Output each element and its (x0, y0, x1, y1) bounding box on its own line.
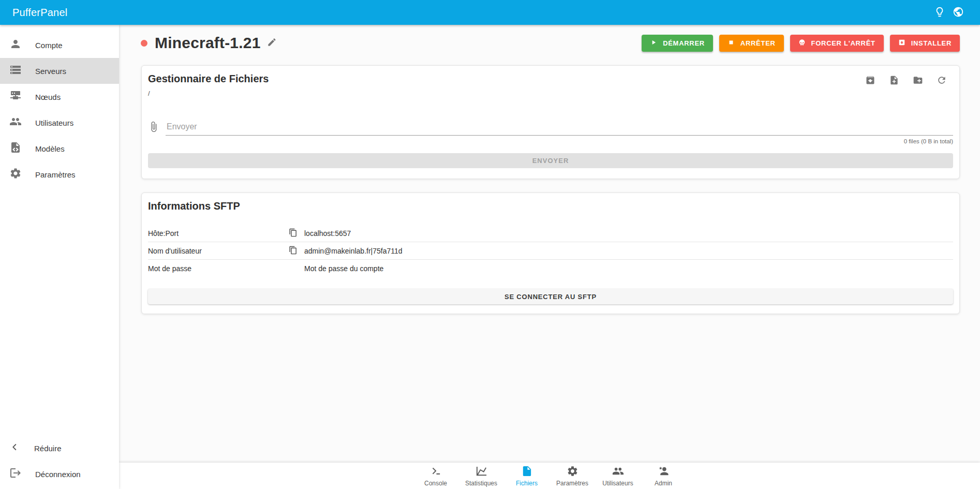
sftp-title: Informations SFTP (148, 200, 953, 212)
install-server-label: INSTALLER (911, 39, 952, 47)
sidebar-item-noeuds[interactable]: Nœuds (0, 84, 119, 110)
sidebar-spacer (0, 187, 119, 435)
sftp-host-label: Hôte:Port (148, 229, 289, 238)
sidebar-footer: Réduire Déconnexion (0, 435, 119, 489)
play-icon (650, 39, 663, 48)
nav-item-utilisateurs[interactable]: Utilisateurs (595, 463, 641, 489)
file-manager-title: Gestionnaire de Fichiers (148, 73, 269, 85)
paperclip-icon (148, 121, 159, 136)
users-icon (612, 465, 624, 479)
copy-icon (289, 228, 298, 239)
sftp-table: Hôte:Port localhost:5657 Nom d'utilisate… (148, 225, 953, 277)
server-actions: DÉMARRER ARRÊTER FORCER L'ARRÊT INSTALLE… (642, 35, 960, 52)
refresh-button[interactable] (937, 75, 947, 87)
new-file-button[interactable] (889, 75, 899, 87)
sidebar: Compte Serveurs Nœuds Utilisateurs Modèl… (0, 25, 119, 489)
nav-item-console[interactable]: Console (413, 463, 458, 489)
kill-server-label: FORCER L'ARRÊT (811, 39, 875, 47)
copy-username-button[interactable] (289, 246, 304, 256)
kill-server-button[interactable]: FORCER L'ARRÊT (790, 35, 884, 52)
sftp-connect-button[interactable]: SE CONNECTER AU SFTP (148, 289, 953, 304)
file-manager-tools (865, 73, 953, 87)
sidebar-item-label: Paramètres (35, 170, 76, 179)
sidebar-item-utilisateurs[interactable]: Utilisateurs (0, 110, 119, 136)
sidebar-item-serveurs[interactable]: Serveurs (0, 58, 119, 84)
sidebar-item-label: Utilisateurs (35, 118, 73, 127)
server-header: Minecraft-1.21 DÉMARRER ARRÊTER FORCER L… (119, 25, 980, 52)
new-folder-icon (913, 75, 923, 87)
upload-row (148, 121, 953, 136)
sftp-host-value: localhost:5657 (304, 229, 953, 238)
sidebar-item-label: Compte (35, 41, 63, 50)
file-icon (521, 465, 533, 479)
nav-label: Admin (655, 480, 672, 487)
edit-server-name-button[interactable] (267, 37, 277, 49)
archive-icon (865, 75, 875, 87)
sftp-row-username: Nom d'utilisateur admin@makeinlab.fr|75f… (148, 242, 953, 260)
sidebar-logout-label: Déconnexion (35, 470, 81, 479)
lightbulb-icon (934, 6, 945, 19)
install-icon (898, 39, 911, 48)
file-manager-card: Gestionnaire de Fichiers / (141, 65, 960, 179)
new-file-icon (889, 75, 899, 87)
server-status-dot (141, 40, 147, 47)
gear-icon (567, 465, 578, 479)
template-file-icon (9, 141, 22, 156)
upload-summary: 0 files (0 B in total) (148, 138, 953, 144)
sidebar-item-modeles[interactable]: Modèles (0, 136, 119, 161)
nav-label: Console (424, 480, 447, 487)
sftp-username-label: Nom d'utilisateur (148, 247, 289, 255)
globe-icon (953, 6, 964, 19)
copy-icon (289, 246, 298, 256)
sidebar-item-label: Serveurs (35, 67, 66, 76)
file-manager-header: Gestionnaire de Fichiers / (148, 73, 953, 97)
language-button[interactable] (949, 3, 968, 22)
sidebar-collapse-button[interactable]: Réduire (0, 435, 119, 461)
app-title: PufferPanel (12, 7, 67, 19)
copy-host-button[interactable] (289, 228, 304, 239)
sidebar-item-parametres[interactable]: Paramètres (0, 161, 119, 187)
chart-icon (476, 465, 487, 479)
install-server-button[interactable]: INSTALLER (890, 35, 960, 52)
refresh-icon (937, 75, 947, 87)
nav-label: Statistiques (465, 480, 497, 487)
gear-icon (9, 167, 22, 182)
sidebar-item-label: Nœuds (35, 93, 61, 101)
start-server-button[interactable]: DÉMARRER (642, 35, 713, 52)
stop-icon (727, 39, 740, 48)
main-content: Minecraft-1.21 DÉMARRER ARRÊTER FORCER L… (119, 25, 980, 489)
sidebar-collapse-label: Réduire (34, 444, 62, 453)
nav-item-statistiques[interactable]: Statistiques (458, 463, 504, 489)
users-icon (9, 115, 22, 130)
chevron-left-icon (9, 441, 21, 455)
nodes-icon (9, 90, 22, 104)
theme-toggle-button[interactable] (930, 3, 949, 22)
nav-item-admin[interactable]: Admin (641, 463, 686, 489)
servers-icon (9, 64, 22, 78)
nav-item-fichiers[interactable]: Fichiers (504, 463, 550, 489)
sftp-row-password: Mot de passe Mot de passe du compte (148, 260, 953, 277)
app-bar: PufferPanel (0, 0, 980, 25)
archive-button[interactable] (865, 75, 875, 87)
sidebar-logout-button[interactable]: Déconnexion (0, 461, 119, 487)
upload-file-input[interactable] (166, 122, 953, 136)
nav-item-parametres[interactable]: Paramètres (550, 463, 595, 489)
admin-icon (658, 465, 670, 479)
sftp-username-value: admin@makeinlab.fr|75fa711d (304, 247, 953, 255)
bottom-nav: Console Statistiques Fichiers Paramètres… (119, 463, 980, 489)
logout-icon (9, 467, 22, 481)
pencil-icon (267, 37, 277, 49)
nav-label: Paramètres (556, 480, 588, 487)
skull-icon (798, 39, 811, 48)
sidebar-item-label: Modèles (35, 144, 65, 153)
server-title: Minecraft-1.21 (155, 34, 261, 52)
stop-server-button[interactable]: ARRÊTER (719, 35, 784, 52)
new-folder-button[interactable] (913, 75, 923, 87)
nav-label: Fichiers (516, 480, 538, 487)
terminal-icon (430, 465, 442, 479)
sidebar-item-compte[interactable]: Compte (0, 32, 119, 58)
upload-submit-button[interactable]: ENVOYER (148, 153, 953, 168)
person-icon (9, 38, 22, 52)
sftp-row-host: Hôte:Port localhost:5657 (148, 225, 953, 242)
nav-label: Utilisateurs (602, 480, 633, 487)
